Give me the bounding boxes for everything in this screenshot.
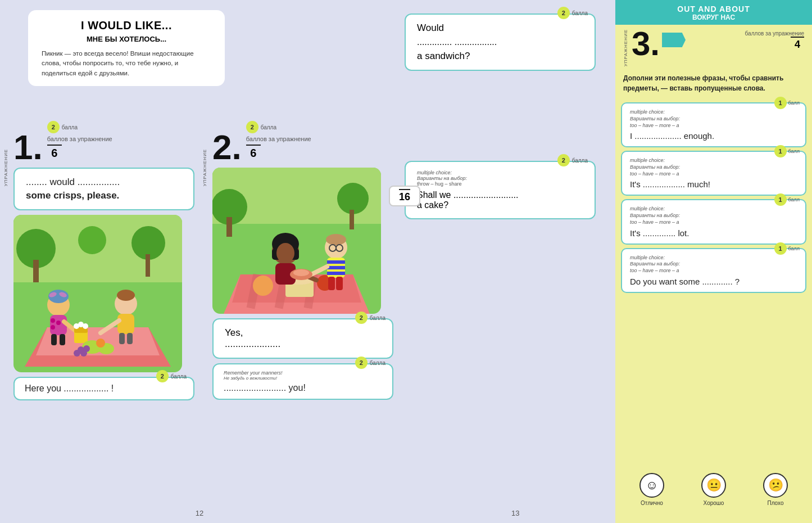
mc-card-1[interactable]: 1 балл multiple choice: Варианты на выбо…	[621, 102, 806, 147]
right-would-card[interactable]: 2 балла Would .............. ...........…	[405, 13, 596, 71]
ex1-number: 1.	[13, 132, 43, 163]
svg-point-24	[83, 323, 88, 329]
svg-point-72	[293, 269, 309, 276]
right-shall-mc-label: multiple choice:	[417, 170, 583, 175]
ex2-bottom-balloon: 2 балла	[355, 357, 385, 369]
svg-rect-42	[226, 217, 232, 237]
svg-point-26	[117, 290, 135, 301]
ex1-fill-card[interactable]: ........ would ................ some cri…	[13, 168, 194, 210]
mc-card4-unit: балл	[788, 246, 800, 251]
mc-card4-label: multiple choice: Варианты на выбор: too …	[630, 255, 797, 274]
svg-point-49	[253, 276, 273, 296]
svg-rect-6	[146, 254, 150, 277]
mc-card4-balloon: 1 балл	[774, 242, 800, 255]
right-would-text2: .............. .................	[417, 37, 583, 47]
right-would-balloon: 2 балла	[557, 7, 588, 19]
total-fraction: 16	[399, 189, 410, 203]
sad-face: 😕	[763, 473, 788, 498]
mc-card3-unit: балл	[788, 197, 800, 202]
page-number-left: 12	[196, 509, 203, 517]
ex1-bottom-score-unit: балла	[171, 373, 187, 380]
svg-rect-66	[336, 277, 343, 290]
svg-rect-29	[127, 333, 133, 344]
mc-card3-label: multiple choice: Варианты на выбор: too …	[630, 206, 797, 226]
page-number-right: 13	[511, 509, 519, 517]
mc-card1-label: multiple choice: Варианты на выбор: too …	[630, 109, 797, 129]
mc-card2-text: It's .................. much!	[630, 179, 797, 189]
oaa-header: OUT AND ABOUT ВОКРУГ НАС	[615, 0, 812, 25]
svg-rect-63	[327, 266, 345, 269]
right-would-unit: балла	[572, 10, 588, 16]
svg-rect-28	[119, 333, 125, 344]
ex2-score-badge: 2	[246, 121, 258, 133]
mc-card2-balloon: 1 балл	[774, 145, 800, 157]
mc-card-2[interactable]: 1 балл multiple choice: Варианты на выбо…	[621, 151, 806, 196]
mc-card-3[interactable]: 1 балл multiple choice: Варианты на выбо…	[621, 199, 806, 244]
exercise-1: упражнение 1. 2 балла баллов за упражнен…	[3, 121, 194, 400]
ex2-reminder-ru: Не забудь о вежливости!	[224, 376, 382, 381]
ex2-card1[interactable]: 2 балла Yes, .....................	[212, 318, 393, 359]
ex2-bottom-unit: балла	[370, 360, 385, 366]
mc-card3-score: 1	[774, 193, 787, 206]
ex1-illustration	[13, 215, 182, 372]
neutral-face: 😐	[701, 473, 726, 498]
svg-rect-5	[33, 260, 39, 282]
mc-card3-text: It's .............. lot.	[630, 228, 797, 238]
ex1-fill-line2: some crisps, please.	[26, 190, 182, 201]
svg-rect-27	[117, 314, 134, 334]
right-would-score: 2	[557, 7, 570, 19]
smiley-happy[interactable]: ☺ Отлично	[639, 473, 664, 506]
ex2-score-label: баллов за упражнение	[246, 136, 311, 142]
mc-card1-text: I .................... enough.	[630, 131, 797, 141]
svg-point-14	[51, 318, 55, 323]
oaa-subtitle: ВОКРУГ НАС	[623, 13, 804, 21]
svg-point-56	[276, 243, 294, 263]
header-title-en: I WOULD LIKE...	[42, 19, 211, 32]
ex2-card1-text1: Yes,	[225, 327, 381, 339]
ex1-score-unit: балла	[62, 124, 78, 130]
right-shall-balloon: 2 балла	[557, 154, 588, 166]
mc-card4-score: 1	[774, 242, 787, 255]
svg-rect-43	[350, 210, 354, 229]
ex2-score-unit: балла	[261, 124, 276, 130]
mc-card2-unit: балл	[788, 148, 800, 154]
ex2-bottom-text: ......................... you!	[224, 383, 382, 393]
smiley-sad[interactable]: 😕 Плохо	[763, 473, 788, 506]
ex2-bottom-card[interactable]: 2 балла Remember your manners! Не забудь…	[212, 363, 393, 400]
ex2-number: 2.	[212, 132, 242, 163]
right-shall-card[interactable]: 2 балла multiple choice: Варианты на выб…	[405, 161, 596, 219]
svg-point-15	[56, 321, 61, 325]
right-shall-text2: a cake?	[417, 200, 583, 210]
ex1-side-label: упражнение	[3, 149, 8, 186]
ex3-score-area: баллов за упражнение 4	[745, 30, 804, 51]
mc-card2-label: multiple choice: Варианты на выбор: too …	[630, 157, 797, 177]
right-top-cards: 2 балла Would .............. ...........…	[405, 6, 596, 224]
svg-rect-65	[328, 277, 335, 290]
ex1-bottom-card[interactable]: 2 балла Here you .................. !	[13, 377, 194, 400]
mc-card-4[interactable]: 1 балл multiple choice: Варианты на выбо…	[621, 248, 806, 293]
ex1-score-badge: 2	[47, 121, 60, 133]
smiley-happy-label: Отлично	[641, 500, 663, 506]
ex3-number: 3.	[632, 29, 660, 58]
ex3-description: Дополни эти полезные фразы, чтобы сравни…	[615, 71, 812, 99]
ex1-bottom-text: Here you .................. !	[25, 384, 114, 393]
svg-point-36	[80, 350, 87, 357]
svg-rect-62	[327, 260, 345, 264]
mc-card1-unit: балл	[788, 100, 800, 106]
ex3-badge	[662, 33, 686, 47]
exercise-3-sidebar: OUT AND ABOUT ВОКРУГ НАС упражнение 3. б…	[615, 0, 812, 523]
header-description: Пикник — это всегда весело! Впиши недост…	[42, 49, 211, 78]
right-shall-score: 2	[557, 154, 570, 166]
ex1-score-label: баллов за упражнение	[47, 136, 112, 142]
smiley-neutral-label: Хорошо	[704, 500, 724, 506]
book-page-right: 2 балла Would .............. ...........…	[399, 0, 812, 523]
book-page-left: I WOULD LIKE... МНЕ БЫ ХОТЕЛОСЬ... Пикни…	[0, 0, 399, 523]
svg-point-16	[51, 325, 55, 330]
header-box: I WOULD LIKE... МНЕ БЫ ХОТЕЛОСЬ... Пикни…	[28, 10, 225, 86]
smiley-neutral[interactable]: 😐 Хорошо	[701, 473, 726, 506]
mc-card1-balloon: 1 балл	[774, 97, 800, 109]
ex1-fill-line1: ........ would ................	[26, 177, 182, 188]
right-shall-mc-ru: Варианты на выбор:	[417, 175, 583, 181]
total-score-box: 16	[389, 186, 420, 206]
svg-point-33	[96, 339, 105, 348]
